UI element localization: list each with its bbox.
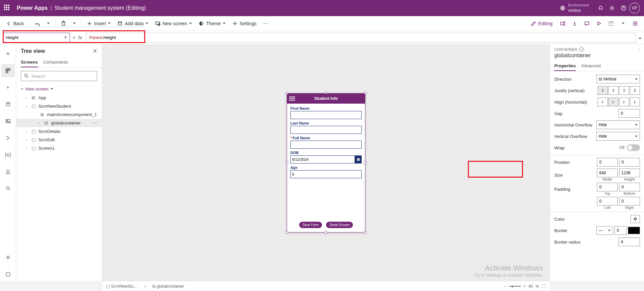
property-selector[interactable]: Height: [3, 33, 70, 43]
overflow-button[interactable]: ⋯: [260, 18, 271, 29]
align-end[interactable]: ⊦: [619, 98, 629, 106]
paste-button[interactable]: [58, 18, 69, 29]
settings-button[interactable]: Settings: [230, 18, 259, 29]
close-icon[interactable]: ✕: [93, 48, 97, 54]
resize-handle[interactable]: [324, 231, 327, 234]
expand-icon[interactable]: ›: [639, 47, 640, 51]
wrap-toggle[interactable]: [627, 144, 640, 151]
fill-button[interactable]: [631, 215, 640, 223]
tree-node-globalcontainer[interactable]: ›⊟globalcontainer⋯: [16, 119, 102, 127]
more-icon[interactable]: ⋯: [93, 120, 97, 125]
detail-screen-button[interactable]: Detail Screen: [326, 222, 353, 228]
justify-center[interactable]: ⫴: [608, 86, 618, 95]
justify-end[interactable]: ⫴: [619, 86, 629, 95]
border-width-input[interactable]: [614, 226, 627, 235]
rail-media-icon[interactable]: [1, 114, 15, 128]
breadcrumb-screen[interactable]: ▢ ScrnNewStu…: [106, 284, 137, 289]
zoom-out[interactable]: −: [504, 284, 506, 289]
undo-button[interactable]: [32, 18, 43, 29]
pad-right-input[interactable]: [619, 197, 640, 206]
save-form-button[interactable]: Save Form: [299, 222, 322, 228]
tree-node-scrn-edit[interactable]: ›▢ScrnEdit: [16, 136, 102, 144]
waffle-icon[interactable]: [4, 5, 11, 11]
pad-bottom-input[interactable]: [619, 183, 640, 191]
publish-icon[interactable]: [630, 18, 641, 29]
rail-tree-icon[interactable]: [1, 64, 15, 77]
rail-data-icon[interactable]: [1, 98, 15, 111]
tab-screens[interactable]: Screens: [21, 58, 38, 67]
formula-expand[interactable]: [639, 35, 641, 41]
pad-left-input[interactable]: [597, 197, 618, 206]
border-color-swatch[interactable]: [628, 227, 640, 234]
align-center[interactable]: ⊦: [608, 98, 618, 106]
rail-tests-icon[interactable]: [1, 165, 15, 178]
insert-button[interactable]: Insert: [84, 18, 113, 29]
tree-node-app[interactable]: ›⊞App: [16, 94, 102, 102]
preview-icon[interactable]: [594, 18, 604, 29]
direction-select[interactable]: ⊟ Vertical: [596, 75, 640, 83]
height-input[interactable]: [619, 169, 640, 177]
pad-top-input[interactable]: [597, 183, 618, 191]
breadcrumb-selected[interactable]: ⊟ globalcontainer: [152, 284, 184, 289]
phone-preview[interactable]: Student Info First Name Last Name *Full …: [287, 94, 365, 232]
hamburger-icon[interactable]: [289, 96, 295, 102]
checker-icon[interactable]: [569, 18, 580, 29]
tree-node-scrn-new-student[interactable]: ⌄▢ScrnNewStudent: [16, 102, 102, 110]
fit-icon[interactable]: ⛶: [542, 284, 546, 289]
tree-node-main-component[interactable]: ⊞mainScreencomponent_1: [16, 110, 102, 119]
formula-input[interactable]: Parent.Height: [86, 33, 636, 43]
border-style-select[interactable]: —: [596, 226, 613, 235]
canvas[interactable]: Student Info First Name Last Name *Full …: [102, 44, 550, 281]
align-stretch[interactable]: ⊦: [630, 98, 640, 106]
justify-start[interactable]: ⫴: [598, 86, 608, 95]
undo-split[interactable]: [44, 18, 52, 29]
gap-input[interactable]: [618, 109, 640, 118]
width-input[interactable]: [597, 169, 618, 177]
rail-flows-icon[interactable]: [1, 131, 15, 145]
justify-between[interactable]: ⫴: [630, 86, 640, 95]
app-header: Power Apps | Student management system (…: [0, 0, 644, 16]
h-overflow-select[interactable]: Hide: [596, 120, 640, 129]
resize-handle[interactable]: [285, 231, 288, 234]
resize-handle[interactable]: [364, 161, 367, 164]
rail-insert-icon[interactable]: +: [1, 81, 15, 94]
back-button[interactable]: Back: [3, 18, 27, 29]
pos-x-input[interactable]: [597, 158, 618, 167]
save-icon[interactable]: [606, 18, 616, 29]
pos-y-input[interactable]: [619, 158, 640, 167]
rail-ask-icon[interactable]: [1, 267, 15, 281]
environment-picker[interactable]: Environment voxtus: [560, 3, 589, 13]
save-split[interactable]: [618, 18, 629, 29]
tree-search-input[interactable]: Search: [21, 71, 97, 81]
clipboard-icon: [61, 21, 66, 26]
resize-handle[interactable]: [285, 161, 288, 164]
rail-hamburger-icon[interactable]: ≡: [1, 47, 15, 61]
help-icon[interactable]: ?: [579, 47, 584, 52]
tree-panel: Tree view ✕ Screens Components Search + …: [16, 44, 102, 281]
rail-search-icon[interactable]: [1, 182, 15, 195]
share-icon[interactable]: [557, 18, 568, 29]
zoom-in[interactable]: +: [523, 284, 526, 289]
notifications-icon[interactable]: [595, 2, 606, 14]
theme-button[interactable]: Theme: [196, 18, 228, 29]
avatar[interactable]: VP: [629, 3, 640, 13]
resize-handle[interactable]: [364, 231, 367, 234]
help-icon[interactable]: [618, 2, 629, 14]
new-screen-link[interactable]: + New screen: [16, 84, 102, 94]
paste-split[interactable]: [70, 18, 78, 29]
v-overflow-select[interactable]: Hide: [596, 132, 640, 141]
gear-icon[interactable]: [606, 2, 618, 14]
rail-settings-icon[interactable]: [1, 251, 15, 264]
tree-node-screen1[interactable]: ›▢Screen1: [16, 144, 102, 152]
tab-components[interactable]: Components: [43, 58, 68, 67]
comments-icon[interactable]: [581, 18, 592, 29]
tab-advanced[interactable]: Advanced: [581, 61, 601, 71]
add-data-button[interactable]: Add data: [115, 18, 151, 29]
align-start[interactable]: ⊦: [598, 98, 608, 106]
tree-node-scrn-details[interactable]: ›▢ScrnDetails: [16, 127, 102, 136]
tab-properties[interactable]: Properties: [554, 61, 576, 71]
border-radius-input[interactable]: [618, 238, 640, 246]
rail-variables-icon[interactable]: (x): [1, 148, 15, 161]
editing-mode[interactable]: Editing: [527, 21, 556, 26]
new-screen-button[interactable]: New screen: [152, 18, 195, 29]
